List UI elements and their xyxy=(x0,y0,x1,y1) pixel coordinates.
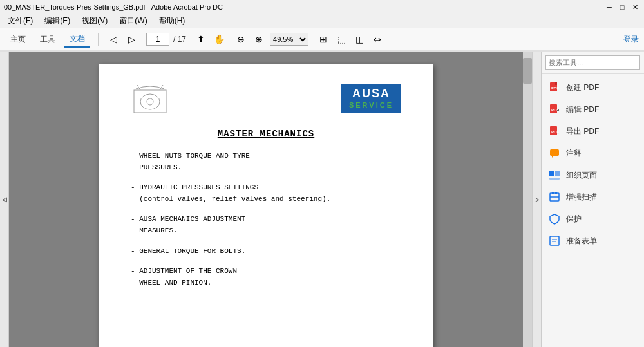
pdf-scrollbar[interactable] xyxy=(523,52,532,347)
svg-marker-7 xyxy=(555,82,557,85)
svg-point-1 xyxy=(140,94,160,109)
toolbar-sep1 xyxy=(98,33,99,46)
svg-rect-12 xyxy=(550,149,559,156)
tool-protect[interactable]: 保护 xyxy=(542,208,644,230)
maximize-button[interactable]: □ xyxy=(617,2,627,12)
toolbar-zoom: ⊖ ⊕ 49.5% 50% 75% 100% xyxy=(234,32,308,46)
svg-rect-19 xyxy=(552,192,554,194)
svg-rect-14 xyxy=(549,171,554,176)
tool-list: PDF 创建 PDF PDF 编辑 PDF PDF 导出 PDF xyxy=(542,74,644,254)
page-header: AUSA SERVICE xyxy=(131,84,401,116)
doc-item-5: - ADJUSTMENT OF THE CROWN WHEEL AND PINI… xyxy=(131,266,401,288)
tab-document[interactable]: 文档 xyxy=(64,32,90,48)
logo-sketch xyxy=(131,84,169,116)
close-button[interactable]: ✕ xyxy=(630,2,640,12)
tool-edit-pdf-label: 编辑 PDF xyxy=(566,104,599,115)
menu-window[interactable]: 窗口(W) xyxy=(114,14,152,28)
doc-item-1-prefix: - WHEEL NUTS TORQUE AND TYRE xyxy=(131,152,250,160)
toolbar-page: / 17 xyxy=(146,33,186,46)
comment-icon xyxy=(548,147,561,160)
select-icon[interactable]: ⬆ xyxy=(194,32,208,46)
menu-file[interactable]: 文件(F) xyxy=(3,14,38,28)
tool-organize[interactable]: 组织页面 xyxy=(542,164,644,186)
doc-item-5-line1: - ADJUSTMENT OF THE CROWN xyxy=(131,267,237,275)
svg-rect-20 xyxy=(555,192,557,194)
fit-page-icon[interactable]: ⊞ xyxy=(316,32,330,46)
toolbar-select: ⬆ ✋ xyxy=(194,32,226,46)
doc-item-2: - HYDRAULIC PRESSURES SETTINGS (control … xyxy=(131,182,401,205)
tool-scan-label: 增强扫描 xyxy=(566,192,597,203)
scan-icon xyxy=(548,191,561,203)
toolbar-tabs: 主页 工具 文档 xyxy=(5,32,90,48)
svg-rect-15 xyxy=(555,171,560,176)
pdf-page: AUSA SERVICE MASTER MECHANICS - WHEEL NU… xyxy=(99,64,433,347)
split-icon[interactable]: ◫ xyxy=(352,32,366,46)
pdf-viewer[interactable]: AUSA SERVICE MASTER MECHANICS - WHEEL NU… xyxy=(9,52,523,347)
tool-export-pdf[interactable]: PDF 导出 PDF xyxy=(542,120,644,142)
svg-point-2 xyxy=(147,98,153,105)
page-number-input[interactable] xyxy=(146,33,169,46)
menu-edit[interactable]: 编辑(E) xyxy=(39,14,75,28)
export-pdf-icon: PDF xyxy=(548,125,561,138)
doc-item-3: - AUSA MECHANICS ADJUSTMENT MEASURES. xyxy=(131,214,401,236)
compare-icon[interactable]: ⇔ xyxy=(370,32,384,46)
menu-view[interactable]: 视图(V) xyxy=(77,14,113,28)
ausa-logo-bottom: SERVICE xyxy=(349,101,393,109)
create-pdf-icon: PDF xyxy=(548,81,561,94)
toolbar-nav: ◁ ▷ xyxy=(106,32,138,46)
doc-item-1: - WHEEL NUTS TORQUE AND TYRE PRESSURES. xyxy=(131,151,401,173)
doc-item-5-line2: WHEEL AND PINION. xyxy=(131,279,211,286)
tool-scan[interactable]: 增强扫描 xyxy=(542,186,644,208)
hand-icon[interactable]: ✋ xyxy=(212,32,226,46)
main-area: ◁ AUSA SERVICE xyxy=(0,52,644,347)
svg-rect-21 xyxy=(550,236,559,245)
tool-comment[interactable]: 注释 xyxy=(542,142,644,164)
organize-icon xyxy=(548,169,561,182)
edit-pdf-icon: PDF xyxy=(548,103,561,116)
nav-next-icon[interactable]: ▷ xyxy=(124,32,138,46)
menu-help[interactable]: 帮助(H) xyxy=(154,14,191,28)
tool-protect-label: 保护 xyxy=(566,214,582,225)
svg-text:PDF: PDF xyxy=(551,86,559,90)
search-bar xyxy=(542,52,644,74)
window-title: 00_MASTER_Torques-Pres-Settings_GB.pdf -… xyxy=(4,3,223,11)
zoom-select[interactable]: 49.5% 50% 75% 100% xyxy=(270,33,308,46)
signin-button[interactable]: 登录 xyxy=(623,34,639,45)
document-title: MASTER MECHANICS xyxy=(131,129,401,139)
scrollbar-thumb[interactable] xyxy=(523,58,532,84)
zoom-in-icon[interactable]: ⊕ xyxy=(252,32,266,46)
minimize-button[interactable]: ─ xyxy=(604,2,614,12)
menubar: 文件(F) 编辑(E) 视图(V) 窗口(W) 帮助(H) xyxy=(0,14,644,28)
ausa-logo: AUSA SERVICE xyxy=(341,84,401,113)
doc-item-4-line1: - GENERAL TORQUE FOR BOLTS. xyxy=(131,247,245,255)
tab-tools[interactable]: 工具 xyxy=(35,32,61,47)
tool-prepare-form[interactable]: 准备表单 xyxy=(542,230,644,252)
svg-rect-16 xyxy=(549,178,560,180)
doc-item-3-line2: MEASURES. xyxy=(131,227,178,234)
zoom-out-icon[interactable]: ⊖ xyxy=(234,32,248,46)
right-panel-collapse[interactable]: ▷ xyxy=(532,52,541,347)
left-panel-collapse[interactable]: ◁ xyxy=(0,52,9,347)
right-panel: PDF 创建 PDF PDF 编辑 PDF PDF 导出 PDF xyxy=(541,52,644,347)
toolbar-extra: ⊞ ⬚ ◫ ⇔ xyxy=(316,32,384,46)
tool-create-pdf[interactable]: PDF 创建 PDF xyxy=(542,77,644,98)
tool-export-pdf-label: 导出 PDF xyxy=(566,126,599,137)
doc-item-3-prefix: - AUSA MECHANICS ADJUSTMENT xyxy=(131,215,245,223)
protect-icon xyxy=(548,212,561,225)
tool-create-pdf-label: 创建 PDF xyxy=(566,82,599,93)
rotate-icon[interactable]: ⬚ xyxy=(334,32,348,46)
toolbar: 主页 工具 文档 ◁ ▷ / 17 ⬆ ✋ ⊖ ⊕ 49.5% 50% 75% … xyxy=(0,28,644,52)
prepare-form-icon xyxy=(548,234,561,247)
doc-item-2-prefix: - HYDRAULIC PRESSURES SETTINGS xyxy=(131,183,258,191)
titlebar: 00_MASTER_Torques-Pres-Settings_GB.pdf -… xyxy=(0,0,644,14)
document-content: - WHEEL NUTS TORQUE AND TYRE PRESSURES. … xyxy=(131,151,401,288)
nav-prev-icon[interactable]: ◁ xyxy=(106,32,120,46)
window-controls: ─ □ ✕ xyxy=(604,2,640,12)
doc-item-2-line2: (control valves, relief valves and steer… xyxy=(131,195,330,203)
tool-edit-pdf[interactable]: PDF 编辑 PDF xyxy=(542,98,644,120)
tool-comment-label: 注释 xyxy=(566,148,582,159)
tool-prepare-form-label: 准备表单 xyxy=(566,236,597,247)
svg-marker-13 xyxy=(552,156,554,158)
tab-home[interactable]: 主页 xyxy=(5,32,31,47)
search-tools-input[interactable] xyxy=(545,55,640,70)
